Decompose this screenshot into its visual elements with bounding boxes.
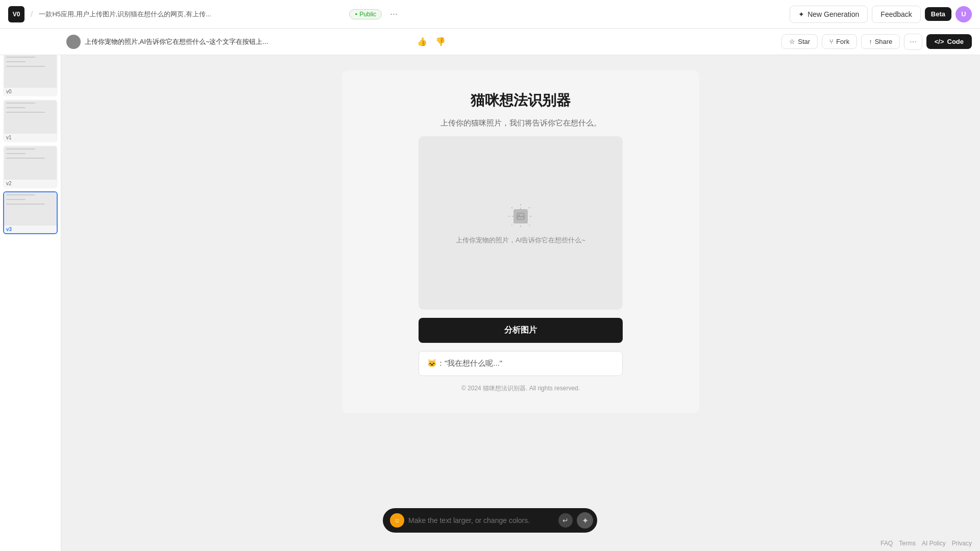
bot-icon xyxy=(390,513,404,528)
result-box: 🐱："我在想什么呢..." xyxy=(419,351,623,376)
breadcrumb: 一款H5应用,用户上传图片,识别猫在想什么的网页,有上传... xyxy=(39,10,345,19)
app-title: 猫咪想法识别器 xyxy=(471,91,571,110)
prompt-text: 上传你宠物的照片,AI告诉你它在想些什么~这个文字在按钮上... xyxy=(85,37,411,46)
analyze-button[interactable]: 分析图片 xyxy=(419,318,623,343)
svg-point-8 xyxy=(396,519,397,520)
version-item-v2[interactable]: v2 xyxy=(3,145,58,188)
secondary-more-button[interactable]: ··· xyxy=(904,34,922,50)
result-text: ："我在想什么呢..." xyxy=(437,359,502,367)
prompt-input[interactable] xyxy=(408,516,554,524)
enter-button[interactable]: ↵ xyxy=(558,513,573,528)
version-thumb-v2 xyxy=(4,146,57,180)
public-badge[interactable]: Public xyxy=(349,9,382,19)
image-upload-area[interactable]: 上传你宠物的照片，AI告诉你它在想些什么~ xyxy=(419,136,623,310)
version-label-v0: v0 xyxy=(4,88,57,95)
result-emoji: 🐱 xyxy=(427,359,437,367)
app-footer: © 2024 猫咪想法识别器. All rights reserved. xyxy=(461,384,580,393)
version-item-v0[interactable]: v0 xyxy=(3,54,58,96)
thumbs-up-button[interactable]: 👍 xyxy=(415,35,429,48)
footer-links: FAQTermsAI PolicyPrivacy xyxy=(880,540,972,547)
version-label-v3: v3 xyxy=(4,226,57,233)
thumbs-down-button[interactable]: 👎 xyxy=(433,35,448,48)
sidebar: History « v0 v1 v2 xyxy=(0,29,61,551)
prompt-avatar xyxy=(66,35,81,49)
sparkle-icon: ✦ xyxy=(798,10,804,18)
app-container: 猫咪想法识别器 上传你的猫咪照片，我们将告诉你它在想什么。 xyxy=(342,70,699,413)
share-icon: ↑ xyxy=(869,38,872,45)
version-item-v3[interactable]: v3 xyxy=(3,191,58,234)
footer-link-terms[interactable]: Terms xyxy=(899,540,916,547)
footer-link-ai policy[interactable]: AI Policy xyxy=(922,540,946,547)
more-button[interactable]: ··· xyxy=(386,7,402,21)
star-button[interactable]: ☆ Star xyxy=(781,34,818,49)
upload-label: 上传你宠物的照片，AI告诉你它在想些什么~ xyxy=(456,236,585,245)
footer-link-faq[interactable]: FAQ xyxy=(880,540,893,547)
logo[interactable]: V0 xyxy=(8,6,24,22)
share-button[interactable]: ↑ Share xyxy=(861,34,900,49)
fork-button[interactable]: ⑂ Fork xyxy=(822,34,857,49)
code-icon: </> xyxy=(935,38,944,45)
version-label-v1: v1 xyxy=(4,134,57,141)
beta-button[interactable]: Beta xyxy=(925,7,951,21)
version-thumb-v1 xyxy=(4,101,57,134)
app-subtitle: 上传你的猫咪照片，我们将告诉你它在想什么。 xyxy=(440,118,601,128)
breadcrumb-divider: / xyxy=(31,10,33,19)
feedback-button[interactable]: Feedback xyxy=(872,6,920,23)
avatar[interactable]: U xyxy=(955,6,972,22)
main-content: 猫咪想法识别器 上传你的猫咪照片，我们将告诉你它在想什么。 xyxy=(61,55,980,551)
top-nav: V0 / 一款H5应用,用户上传图片,识别猫在想什么的网页,有上传... Pub… xyxy=(0,0,980,29)
version-thumb-v0 xyxy=(4,55,57,88)
version-thumb-v3 xyxy=(4,192,57,226)
version-label-v2: v2 xyxy=(4,180,57,187)
bottom-bar: ↵ ✦ xyxy=(383,508,597,533)
code-button[interactable]: </> Code xyxy=(926,34,972,49)
svg-point-7 xyxy=(394,517,400,523)
fork-icon: ⑂ xyxy=(829,38,834,45)
image-placeholder-icon xyxy=(513,209,528,223)
svg-point-9 xyxy=(398,519,399,520)
footer-link-privacy[interactable]: Privacy xyxy=(952,540,972,547)
new-generation-button[interactable]: ✦ New Generation xyxy=(790,6,868,23)
version-item-v1[interactable]: v1 xyxy=(3,99,58,142)
version-list: v0 v1 v2 v3 xyxy=(0,49,61,238)
star-icon: ☆ xyxy=(789,38,795,45)
enhance-button[interactable]: ✦ xyxy=(577,512,593,529)
upload-icon-wrap xyxy=(505,201,536,232)
secondary-bar: 上传你宠物的照片,AI告诉你它在想些什么~这个文字在按钮上... 👍 👎 ☆ S… xyxy=(0,29,980,55)
